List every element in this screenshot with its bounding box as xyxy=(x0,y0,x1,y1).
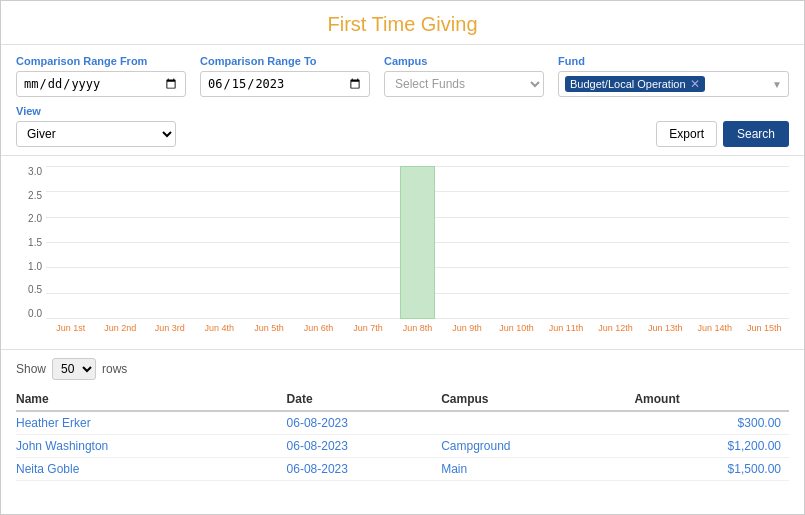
name-link-2[interactable]: Neita Goble xyxy=(16,462,79,476)
comparison-from-group: Comparison Range From xyxy=(16,55,186,97)
cell-name-1: John Washington xyxy=(16,435,287,458)
comparison-to-group: Comparison Range To xyxy=(200,55,370,97)
bar-slot-6 xyxy=(343,166,393,319)
comparison-to-label: Comparison Range To xyxy=(200,55,370,67)
comparison-to-input[interactable] xyxy=(200,71,370,97)
x-label-14: Jun 15th xyxy=(739,319,789,341)
campus-select[interactable]: Select Funds xyxy=(384,71,544,97)
th-date: Date xyxy=(287,388,442,411)
fund-tag-box[interactable]: Budget/Local Operation ✕ ▼ xyxy=(558,71,789,97)
cell-campus-2: Main xyxy=(441,458,634,481)
rows-per-page-select[interactable]: 50 xyxy=(52,358,96,380)
fund-label: Fund xyxy=(558,55,789,67)
view-row: View Giver Export Search xyxy=(16,105,789,147)
show-row: Show 50 rows xyxy=(16,358,789,380)
y-label-2: 2.0 xyxy=(16,213,42,224)
cell-campus-0 xyxy=(441,411,634,435)
table-row-1: John Washington06-08-2023Campground$1,20… xyxy=(16,435,789,458)
cell-name-2: Neita Goble xyxy=(16,458,287,481)
page-wrapper: First Time Giving Comparison Range From … xyxy=(0,0,805,515)
bar-slot-2 xyxy=(145,166,195,319)
x-label-11: Jun 12th xyxy=(591,319,641,341)
name-link-0[interactable]: Heather Erker xyxy=(16,416,91,430)
x-label-13: Jun 14th xyxy=(690,319,740,341)
campus-link-2[interactable]: Main xyxy=(441,462,467,476)
cell-amount-1: $1,200.00 xyxy=(634,435,789,458)
cell-date-2: 06-08-2023 xyxy=(287,458,442,481)
bar-slot-14 xyxy=(739,166,789,319)
filter-row-top: Comparison Range From Comparison Range T… xyxy=(16,55,789,97)
chart-section: 0.0 0.5 1.0 1.5 2.0 2.5 3.0 xyxy=(1,156,804,350)
fund-tag: Budget/Local Operation ✕ xyxy=(565,76,705,92)
x-label-7: Jun 8th xyxy=(393,319,443,341)
cell-date-0: 06-08-2023 xyxy=(287,411,442,435)
table-header: Name Date Campus Amount xyxy=(16,388,789,411)
fund-tag-close-icon[interactable]: ✕ xyxy=(690,77,700,91)
y-label-25: 2.5 xyxy=(16,190,42,201)
cell-amount-0: $300.00 xyxy=(634,411,789,435)
x-label-5: Jun 6th xyxy=(294,319,344,341)
bar-slot-12 xyxy=(640,166,690,319)
campus-link-1[interactable]: Campground xyxy=(441,439,510,453)
x-label-10: Jun 11th xyxy=(541,319,591,341)
cell-campus-1: Campground xyxy=(441,435,634,458)
x-label-1: Jun 2nd xyxy=(96,319,146,341)
data-table: Name Date Campus Amount Heather Erker06-… xyxy=(16,388,789,481)
y-label-1: 1.0 xyxy=(16,261,42,272)
bar-slot-10 xyxy=(541,166,591,319)
export-button[interactable]: Export xyxy=(656,121,717,147)
filters-section: Comparison Range From Comparison Range T… xyxy=(1,45,804,156)
bar-slot-13 xyxy=(690,166,740,319)
y-label-05: 0.5 xyxy=(16,284,42,295)
y-label-3: 3.0 xyxy=(16,166,42,177)
cell-name-0: Heather Erker xyxy=(16,411,287,435)
bar-slot-0 xyxy=(46,166,96,319)
x-label-4: Jun 5th xyxy=(244,319,294,341)
table-row-0: Heather Erker06-08-2023$300.00 xyxy=(16,411,789,435)
fund-dropdown-arrow-icon: ▼ xyxy=(772,79,782,90)
y-label-0: 0.0 xyxy=(16,308,42,319)
bars-area xyxy=(46,166,789,319)
cell-amount-2: $1,500.00 xyxy=(634,458,789,481)
name-link-1[interactable]: John Washington xyxy=(16,439,108,453)
x-label-9: Jun 10th xyxy=(492,319,542,341)
view-group: View Giver xyxy=(16,105,176,147)
chart-area: 0.0 0.5 1.0 1.5 2.0 2.5 3.0 xyxy=(16,166,789,341)
show-label: Show xyxy=(16,362,46,376)
x-label-8: Jun 9th xyxy=(442,319,492,341)
action-buttons: Export Search xyxy=(656,121,789,147)
page-title: First Time Giving xyxy=(1,1,804,45)
cell-date-1: 06-08-2023 xyxy=(287,435,442,458)
th-name: Name xyxy=(16,388,287,411)
x-label-0: Jun 1st xyxy=(46,319,96,341)
bar-slot-11 xyxy=(591,166,641,319)
x-label-2: Jun 3rd xyxy=(145,319,195,341)
th-campus: Campus xyxy=(441,388,634,411)
table-row-2: Neita Goble06-08-2023Main$1,500.00 xyxy=(16,458,789,481)
bar-slot-8 xyxy=(442,166,492,319)
bar-slot-3 xyxy=(195,166,245,319)
y-label-15: 1.5 xyxy=(16,237,42,248)
bar-slot-5 xyxy=(294,166,344,319)
fund-group: Fund Budget/Local Operation ✕ ▼ xyxy=(558,55,789,97)
x-labels: Jun 1stJun 2ndJun 3rdJun 4thJun 5thJun 6… xyxy=(46,319,789,341)
x-label-6: Jun 7th xyxy=(343,319,393,341)
view-select[interactable]: Giver xyxy=(16,121,176,147)
x-label-12: Jun 13th xyxy=(640,319,690,341)
comparison-from-input[interactable] xyxy=(16,71,186,97)
bar-slot-9 xyxy=(492,166,542,319)
bar-7 xyxy=(400,166,435,319)
campus-group: Campus Select Funds xyxy=(384,55,544,97)
fund-tag-text: Budget/Local Operation xyxy=(570,78,686,90)
bar-slot-4 xyxy=(244,166,294,319)
campus-label: Campus xyxy=(384,55,544,67)
bar-slot-1 xyxy=(96,166,146,319)
search-button[interactable]: Search xyxy=(723,121,789,147)
th-amount: Amount xyxy=(634,388,789,411)
table-body: Heather Erker06-08-2023$300.00John Washi… xyxy=(16,411,789,481)
chart-inner: Jun 1stJun 2ndJun 3rdJun 4thJun 5thJun 6… xyxy=(46,166,789,341)
bar-slot-7 xyxy=(393,166,443,319)
table-section: Show 50 rows Name Date Campus Amount Hea… xyxy=(1,350,804,491)
view-label: View xyxy=(16,105,176,117)
rows-suffix: rows xyxy=(102,362,127,376)
